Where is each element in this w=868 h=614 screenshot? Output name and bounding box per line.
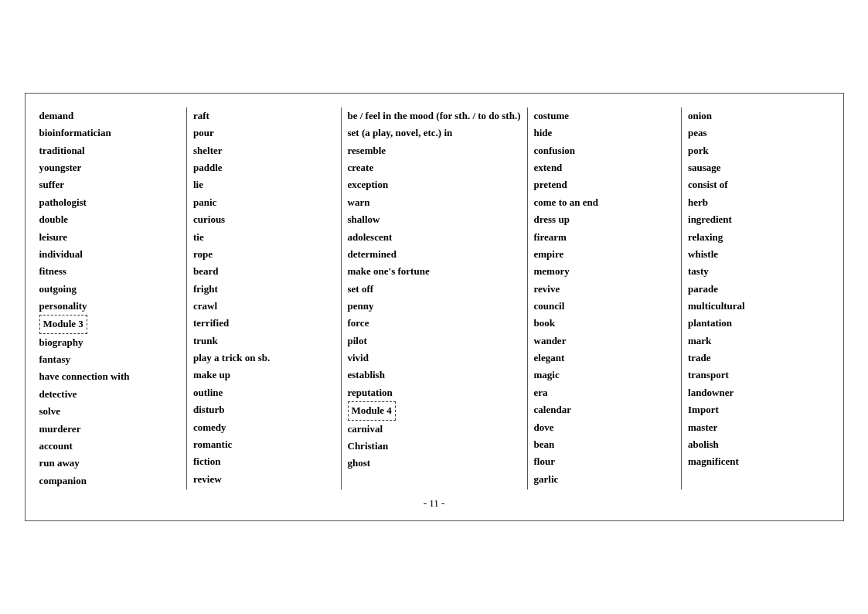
word-item: relaxing	[688, 229, 829, 246]
word-item: pretend	[534, 176, 676, 193]
word-item: demand	[39, 107, 181, 125]
word-item: paddle	[193, 159, 335, 176]
column-4: costumehideconfusionextendpretendcome to…	[528, 107, 682, 489]
word-item: Import	[688, 401, 829, 418]
word-item: landowner	[688, 384, 829, 401]
word-item: tie	[193, 229, 335, 246]
word-item: parade	[688, 281, 829, 298]
word-item: flour	[534, 453, 676, 470]
word-item: consist of	[688, 176, 829, 193]
word-item: wander	[534, 333, 676, 350]
word-item: empire	[534, 246, 676, 263]
word-item: costume	[534, 107, 676, 125]
word-item: personality	[39, 298, 181, 315]
word-item: curious	[193, 211, 335, 228]
word-item: hide	[534, 125, 676, 142]
word-item: make up	[193, 367, 335, 384]
word-item: play a trick on sb.	[193, 350, 335, 367]
word-item: create	[348, 159, 521, 176]
column-1: demandbioinformaticiantraditionalyoungst…	[33, 107, 188, 489]
word-item: pathologist	[39, 194, 181, 211]
page-number: - 11 -	[33, 497, 836, 510]
word-item: be / feel in the mood (for sth. / to do …	[348, 107, 521, 125]
word-item: memory	[534, 263, 676, 280]
word-item: multicultural	[688, 298, 829, 315]
word-item: dress up	[534, 211, 676, 228]
word-item: exception	[348, 176, 521, 193]
word-item: ghost	[348, 455, 521, 472]
word-item: herb	[688, 194, 829, 211]
column-5: onionpeasporksausageconsist ofherbingred…	[682, 107, 836, 489]
word-item: trade	[688, 350, 829, 367]
word-item: leisure	[39, 229, 181, 246]
word-item: revive	[534, 281, 676, 298]
word-item: make one's fortune	[348, 263, 521, 280]
word-item: magnificent	[688, 453, 829, 470]
word-item: youngster	[39, 159, 181, 176]
word-item: council	[534, 298, 676, 315]
word-item: come to an end	[534, 194, 676, 211]
word-item: warn	[348, 194, 521, 211]
word-item: onion	[688, 107, 829, 125]
word-item: fantasy	[39, 351, 181, 368]
word-item: carnival	[348, 421, 521, 438]
word-item: book	[534, 315, 676, 332]
column-2: raftpourshelterpaddleliepaniccurioustier…	[187, 107, 342, 489]
module-badge: Module 3	[39, 315, 181, 333]
word-item: rope	[193, 246, 335, 263]
word-item: run away	[39, 455, 181, 472]
word-item: lie	[193, 176, 335, 193]
word-item: sausage	[688, 159, 829, 176]
word-item: solve	[39, 403, 181, 420]
word-item: Christian	[348, 438, 521, 455]
word-item: fiction	[193, 453, 335, 470]
column-3: be / feel in the mood (for sth. / to do …	[342, 107, 528, 489]
word-item: set (a play, novel, etc.) in	[348, 125, 521, 142]
word-columns: demandbioinformaticiantraditionalyoungst…	[33, 107, 836, 489]
word-item: disturb	[193, 401, 335, 418]
word-item: tasty	[688, 263, 829, 280]
word-item: detective	[39, 386, 181, 403]
word-item: magic	[534, 367, 676, 384]
word-item: trunk	[193, 333, 335, 350]
word-item: determined	[348, 246, 521, 263]
module-badge: Module 4	[348, 401, 521, 420]
word-item: murderer	[39, 421, 181, 438]
word-item: fitness	[39, 263, 181, 280]
word-item: transport	[688, 367, 829, 384]
word-item: raft	[193, 107, 335, 125]
word-item: romantic	[193, 436, 335, 453]
word-item: firearm	[534, 229, 676, 246]
word-item: reputation	[348, 384, 521, 401]
word-item: vivid	[348, 350, 521, 367]
word-item: plantation	[688, 315, 829, 332]
word-item: suffer	[39, 176, 181, 193]
word-item: shelter	[193, 142, 335, 159]
word-item: double	[39, 211, 181, 228]
word-item: fright	[193, 281, 335, 298]
word-item: master	[688, 419, 829, 436]
page: demandbioinformaticiantraditionalyoungst…	[25, 93, 844, 521]
word-item: crawl	[193, 298, 335, 315]
word-item: traditional	[39, 142, 181, 159]
word-item: calendar	[534, 401, 676, 418]
word-item: confusion	[534, 142, 676, 159]
word-item: comedy	[193, 419, 335, 436]
word-item: mark	[688, 333, 829, 350]
word-item: review	[193, 471, 335, 488]
word-item: bioinformatician	[39, 125, 181, 142]
word-item: adolescent	[348, 229, 521, 246]
word-item: beard	[193, 263, 335, 280]
word-item: pilot	[348, 333, 521, 350]
word-item: outline	[193, 384, 335, 401]
word-item: ingredient	[688, 211, 829, 228]
word-item: account	[39, 438, 181, 455]
word-item: extend	[534, 159, 676, 176]
word-item: pork	[688, 142, 829, 159]
word-item: peas	[688, 125, 829, 142]
word-item: elegant	[534, 350, 676, 367]
word-item: dove	[534, 419, 676, 436]
word-item: force	[348, 315, 521, 332]
word-item: abolish	[688, 436, 829, 453]
word-item: era	[534, 384, 676, 401]
